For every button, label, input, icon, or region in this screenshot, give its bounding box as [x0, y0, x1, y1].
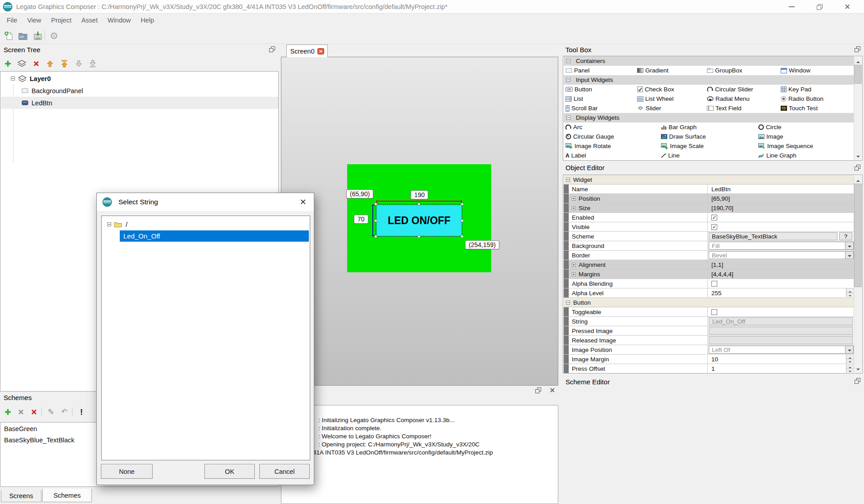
- handle-top-left[interactable]: [374, 202, 377, 206]
- property-row-enabled[interactable]: Enabled✓: [564, 213, 854, 222]
- collapse-icon[interactable]: [566, 59, 570, 63]
- property-row-alpha-blending[interactable]: Alpha Blending: [564, 279, 854, 288]
- toolbox-item-arc[interactable]: Arc: [565, 122, 582, 132]
- settings-button[interactable]: ⚙: [48, 30, 60, 42]
- toolbox-item-panel[interactable]: Panel: [565, 66, 590, 75]
- toolbox-item-gradient[interactable]: Gradient: [637, 66, 669, 75]
- dropdown-field[interactable]: Bevel: [709, 251, 854, 259]
- collapse-icon[interactable]: [566, 301, 570, 305]
- undock-panel-icon[interactable]: [535, 387, 541, 393]
- toolbox-item-image-scale[interactable]: Image Scale: [661, 141, 704, 151]
- chevron-down-icon[interactable]: [845, 242, 853, 249]
- property-row-scheme[interactable]: SchemeBaseSkyBlue_TextBlack?: [564, 232, 854, 241]
- warn-scheme-button[interactable]: !: [76, 407, 87, 417]
- remove-scheme-button[interactable]: [15, 407, 26, 417]
- scroll-thumb[interactable]: [854, 65, 862, 84]
- menu-view[interactable]: View: [22, 14, 46, 27]
- layers-button[interactable]: [16, 58, 27, 68]
- checkbox[interactable]: [711, 281, 717, 287]
- scheme-value-button[interactable]: BaseSkyBlue_TextBlack: [709, 232, 837, 240]
- toolbox-item-list[interactable]: List: [565, 94, 583, 104]
- toolbox-item-list-wheel[interactable]: List Wheel: [637, 94, 674, 104]
- menu-help[interactable]: Help: [136, 14, 159, 27]
- close-panel-icon[interactable]: ✕: [549, 386, 555, 395]
- revert-scheme-button[interactable]: ↶: [59, 407, 70, 417]
- toolbox-item-groupbox[interactable]: GroupBox: [707, 66, 742, 75]
- handle-right[interactable]: [461, 219, 464, 222]
- property-row-image-position[interactable]: Image PositionLeft Of: [564, 345, 854, 355]
- handle-left[interactable]: [374, 219, 377, 222]
- spin-down-icon[interactable]: [846, 293, 854, 297]
- edit-scheme-button[interactable]: ✎: [45, 407, 56, 417]
- spinner[interactable]: [846, 288, 854, 297]
- property-row-position[interactable]: Position[65,90]: [564, 194, 854, 203]
- collapse-icon[interactable]: [107, 222, 111, 226]
- toolbox-item-image[interactable]: Image: [758, 132, 783, 141]
- property-row-press-offset[interactable]: Press Offset1: [564, 364, 854, 374]
- tree-node-ledbtn[interactable]: LedBtn: [1, 97, 278, 109]
- menu-asset[interactable]: Asset: [77, 14, 103, 27]
- tab-schemes[interactable]: Schemes: [42, 489, 92, 502]
- value-field-button[interactable]: Led_On_Off: [709, 317, 853, 325]
- scheme-help-button[interactable]: ?: [839, 232, 852, 240]
- move-to-bottom-button[interactable]: [87, 58, 98, 68]
- delete-scheme-button[interactable]: [28, 407, 39, 417]
- toolbox-item-image-rotate[interactable]: Image Rotate: [565, 141, 611, 151]
- undock-icon[interactable]: [855, 378, 860, 384]
- expand-icon[interactable]: [572, 197, 576, 201]
- toolbox-item-circular-gauge[interactable]: Circular Gauge: [565, 132, 614, 141]
- scroll-down-icon[interactable]: [854, 152, 862, 160]
- restore-button[interactable]: [809, 0, 830, 14]
- spinner[interactable]: [846, 355, 854, 363]
- add-scheme-button[interactable]: [2, 407, 13, 417]
- property-row-string[interactable]: StringLed_On_Off: [564, 317, 854, 326]
- collapse-icon[interactable]: [11, 76, 15, 81]
- spin-up-icon[interactable]: [846, 288, 854, 293]
- import-button[interactable]: [32, 30, 44, 42]
- toolbox-item-image-sequence[interactable]: Image Sequence: [758, 141, 813, 151]
- close-button[interactable]: ✕: [837, 0, 858, 14]
- property-row-toggleable[interactable]: Toggleable: [564, 307, 854, 317]
- open-project-button[interactable]: [17, 30, 30, 42]
- scroll-thumb[interactable]: [854, 184, 862, 287]
- move-to-top-button[interactable]: [59, 58, 70, 68]
- delete-button[interactable]: [31, 58, 41, 68]
- property-row-released-image[interactable]: Released Image: [564, 336, 854, 345]
- expand-icon[interactable]: [572, 263, 576, 267]
- property-row-margins[interactable]: Margins[4,4,4,4]: [564, 270, 854, 279]
- tree-item-led-on-off[interactable]: Led_On_Off: [120, 230, 309, 242]
- move-up-button[interactable]: [45, 58, 55, 68]
- object-editor-scrollbar[interactable]: [854, 176, 862, 373]
- handle-bottom[interactable]: [417, 235, 421, 238]
- property-row-alignment[interactable]: Alignment[1,1]: [564, 260, 854, 270]
- handle-top[interactable]: [417, 202, 421, 206]
- ok-button[interactable]: OK: [204, 464, 255, 479]
- tab-close-icon[interactable]: [317, 48, 324, 54]
- value-field-button[interactable]: [709, 336, 853, 344]
- property-row-image-margin[interactable]: Image Margin10: [564, 355, 854, 364]
- property-row-name[interactable]: NameLedBtn: [564, 184, 854, 194]
- none-button[interactable]: None: [101, 464, 153, 479]
- design-canvas[interactable]: LED ON/OFF (65,90) 190 70 (254,159): [281, 57, 558, 386]
- toolbox-item-label[interactable]: ALabel: [565, 151, 586, 160]
- menu-window[interactable]: Window: [103, 14, 136, 27]
- chevron-down-icon[interactable]: [845, 252, 853, 259]
- handle-top-right[interactable]: [461, 202, 464, 206]
- menu-file[interactable]: File: [2, 14, 22, 27]
- tab-screen0[interactable]: Screen0: [286, 45, 328, 57]
- group-widget[interactable]: Widget: [564, 175, 854, 184]
- undock-icon[interactable]: [855, 165, 860, 171]
- property-row-border[interactable]: BorderBevel: [564, 251, 854, 260]
- toolbox-item-circle[interactable]: Circle: [758, 122, 782, 132]
- tree-node-layer0[interactable]: Layer0: [1, 72, 278, 85]
- collapse-icon[interactable]: [566, 78, 570, 82]
- toolbox-item-circular-slider[interactable]: Circular Slider: [707, 85, 753, 94]
- toolbox-item-text-field[interactable]: Text Field: [707, 104, 742, 113]
- expand-icon[interactable]: [572, 206, 576, 210]
- value-field-button[interactable]: [709, 327, 853, 335]
- spin-up-icon[interactable]: [846, 355, 854, 359]
- property-row-pressed-image[interactable]: Pressed Image: [564, 326, 854, 336]
- scroll-up-icon[interactable]: [854, 57, 862, 64]
- dropdown-field[interactable]: Fill: [709, 242, 854, 250]
- minimize-button[interactable]: [781, 0, 802, 14]
